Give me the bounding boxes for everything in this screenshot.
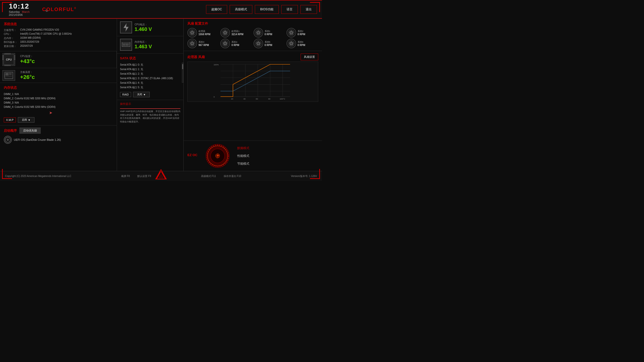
tip-title: 操作提示 [120,102,180,106]
footer: Copyright (C) 2020 American Megatrends I… [0,171,322,181]
svg-point-25 [191,32,193,33]
sata-title: SATA 状态 [120,56,180,61]
svg-point-74 [291,43,292,44]
footer-f10[interactable]: 保存并退出 F10 [224,174,241,178]
ez-oc-section: EZ OC [184,141,322,171]
sata-port-item: Serial ATA 端口 5: 无 [120,85,180,90]
fan-item: 处理器13214 RPM [220,28,252,37]
nav-lang-button[interactable]: 语言 [281,5,298,14]
update-row: 更新日期： 2020/07/29 [4,44,113,48]
fan-icon [254,39,263,48]
cpu-temp-label: CPU温度： [20,55,35,58]
ez-oc-default[interactable]: 默频模式 [235,145,251,151]
cpu-icon: CPU [3,53,15,66]
svg-point-32 [224,32,226,33]
cpu-row: CPU： Intel(R) Core(TM) i7-10700K CPU @ 3… [4,32,113,36]
fan-info: 处理器13214 RPM [231,30,243,36]
boot-title: 启动顺序 [4,128,17,133]
voltage-section: CPU电压： 1.460 V [117,19,183,54]
mem-volt-icon [120,39,132,51]
fan-icon [220,28,230,37]
svg-point-60 [224,43,226,44]
mem-volt-label: 内存电压： [135,40,152,44]
footer-copyright: Copyright (C) 2020 American Megatrends I… [5,175,71,177]
right-panel: 风扇 配置文件 处理器1558 RPM 处理器13214 RPM [184,19,322,171]
board-icon [3,70,15,81]
fan-rpm: 0 RPM [298,44,305,47]
center-column: CPU电压： 1.460 V [117,19,183,171]
nav-advanced-button[interactable]: 高级模式 [230,5,252,14]
sata-port-item: Serial ATA 端口 2: 无 [120,72,180,76]
svg-point-46 [291,32,292,33]
sata-list: Serial ATA 端口 0: 无Serial ATA 端口 1: 无Seri… [120,63,180,90]
corner-decoration-tr [310,2,320,12]
fan-settings-button[interactable]: 风扇设置 [301,54,318,60]
svg-rect-16 [129,44,129,46]
fan-chart-title: 处理器 风扇 [187,55,205,59]
svg-text:60: 60 [256,98,258,100]
svg-rect-13 [124,44,125,46]
combined-left: 系统信息 主板型号： CVN Z490 GAMING FROZEN V20 CP… [0,19,184,171]
boot-section: 启动顺序 启动优先级 UEFI OS (SanDisk Cruzer Blade… [0,125,117,146]
nav-bios-button[interactable]: BIOS功能 [255,5,279,14]
fan-rpm: 0 RPM [265,33,272,36]
svg-rect-15 [127,44,128,46]
fan-item: 系统60 RPM [287,39,318,48]
svg-text:0: 0 [214,96,215,98]
system-info-title: 系统信息 [4,22,113,26]
board-temp-info: 主板温度： +26°c [20,70,35,80]
svg-text:100%: 100% [214,64,219,66]
clock-date: 2021/03/06 [9,13,23,16]
ez-oc-eco[interactable]: 节能模式 [235,161,251,167]
footer-logo [154,168,168,181]
svg-rect-12 [123,44,124,46]
ez-oc-performance[interactable]: 性能模式 [235,153,251,159]
fan-chart-svg: 100% 0 20 40 60 80 100°C [188,62,318,102]
footer-f9[interactable]: 默认设置 F9 [137,174,151,178]
sata-section: SATA 状态 Serial ATA 端口 0: 无Serial ATA 端口 … [117,54,183,100]
system-info-table: 主板型号： CVN Z490 GAMING FROZEN V20 CPU： In… [4,28,113,48]
boot-priority-button[interactable]: 启动优先级 [19,127,41,134]
fan-item: 系统40 RPM [220,39,252,48]
ez-oc-dial[interactable] [205,143,230,168]
footer-shortcuts-right: 高级模式 F11 保存并退出 F10 [201,174,241,178]
svg-point-67 [258,43,259,44]
cpu-temp-value: +43°c [20,58,35,65]
cpu-icon-label: CPU [6,58,12,61]
fan-rpm: 0 RPM [298,33,305,36]
xmp-select[interactable]: 启用 ▼ [18,117,34,123]
tip-section: 操作提示 XMP:XMP技术让内存条自动超频，开启后主板会自动读取内存默认的设置… [117,100,183,125]
fan-rpm: 0 RPM [231,44,239,47]
svg-text:80: 80 [268,98,270,100]
svg-text:40: 40 [243,98,246,100]
svg-point-48 [191,41,193,43]
fan-config-section: 风扇 配置文件 处理器1558 RPM 处理器13214 RPM [184,19,322,51]
fan-item: 系统10 RPM [254,28,285,37]
clock-month: March [22,10,30,13]
raid-value: 关闭 [137,93,142,96]
sata-scrollbar[interactable] [182,63,183,83]
svg-point-62 [257,41,259,43]
fan-name: 处理器1 [231,30,243,33]
svg-point-41 [290,30,292,32]
fan-config-title: 风扇 配置文件 [187,21,318,26]
svg-point-39 [258,32,259,33]
fan-info: 系统20 RPM [298,30,305,36]
mem-volt-info: 内存电压： 1.463 V [135,40,152,50]
footer-f8[interactable]: 截屏 F8 [121,174,130,178]
cpu-value: Intel(R) Core(TM) i7-10700K CPU @ 3.80GH… [20,32,72,36]
fan-name: 系统3 [198,40,209,44]
nav-oc-button[interactable]: 超频OC [206,5,227,14]
cpu-volt-metric: CPU电压： 1.460 V [117,19,183,36]
update-label: 更新日期： [4,44,19,48]
fan-info: 系统10 RPM [265,30,272,36]
fan-icon [287,28,296,37]
fan-info: 系统50 RPM [265,40,272,47]
brand-logo: COLORFUL® [42,7,76,12]
raid-select[interactable]: 关闭 ▼ [133,92,150,97]
xmp-value: 启用 [22,118,27,122]
tip-divider [120,107,180,109]
footer-f11[interactable]: 高级模式 F11 [201,174,216,178]
ez-oc-title: EZ OC [187,153,197,157]
footer-shortcuts: 截屏 F8 默认设置 F9 [121,174,151,178]
